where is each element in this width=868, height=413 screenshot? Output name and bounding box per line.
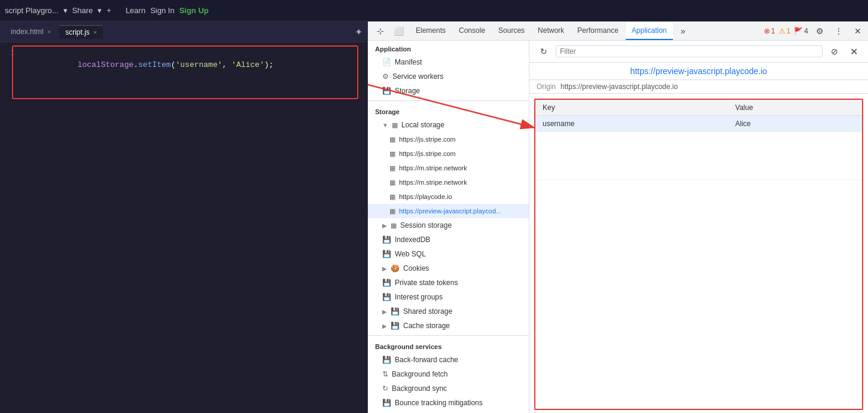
sidebar-item-session-storage[interactable]: ▶ ▦ Session storage [368,218,529,232]
sidebar-item-playcode[interactable]: ▦ https://playcode.io [368,189,529,204]
tab-console[interactable]: Console [453,22,491,40]
cookies-icon: 🍪 [391,264,400,273]
device-icon[interactable]: ⬜ [391,23,406,39]
sidebar-item-private-state-tokens[interactable]: 💾 Private state tokens [368,276,529,290]
settings-icon[interactable]: ⚙ [812,23,827,39]
interest-groups-icon: 💾 [382,293,391,301]
stripe-2-icon: ▦ [389,150,395,158]
sidebar-item-bounce-tracking[interactable]: 💾 Bounce tracking mitigations [368,396,529,410]
line-number-1: 1 [0,47,22,59]
sidebar-item-local-storage[interactable]: ▼ ▦ Local storage [368,118,529,132]
project-title[interactable]: script Playgro... [5,6,59,15]
close-script-js[interactable]: × [93,29,97,36]
sidebar-item-stripe-network-1[interactable]: ▦ https://m.stripe.network [368,161,529,175]
signup-link[interactable]: Sign Up [179,6,209,15]
section-background: Background services [368,338,529,353]
dropdown-icon: ▾ [63,6,68,15]
web-sql-icon: 💾 [382,250,391,258]
close-index-html[interactable]: × [47,28,51,35]
more-options-icon[interactable]: ⋮ [831,23,846,39]
origin-label: Origin [537,82,556,91]
sidebar-item-service-workers[interactable]: ⚙ Service workers [368,69,529,84]
service-workers-icon: ⚙ [382,72,389,81]
separator-2 [368,335,529,336]
tab-index-html[interactable]: index.html × [5,25,57,38]
origin-value: https://preview-javascript.playcode.io [561,82,678,91]
sidebar-item-background-sync[interactable]: ↻ Background sync [368,381,529,396]
shared-storage-expand-icon: ▶ [382,308,387,315]
cache-storage-expand-icon: ▶ [382,323,387,329]
cell-key: username [535,116,728,132]
col-value: Value [728,100,862,116]
warning-count: ⚠ 1 [779,27,791,35]
sidebar-item-cache-storage[interactable]: ▶ 💾 Cache storage [368,319,529,333]
sparkle-icon: ✦ [355,26,363,38]
tab-network[interactable]: Network [532,22,570,40]
back-forward-cache-icon: 💾 [382,356,391,364]
tab-performance[interactable]: Performance [571,22,625,40]
application-content: ↻ ⊘ ✕ https://preview-javascript.playcod… [529,41,868,413]
col-key: Key [535,100,728,116]
cell-value: Alice [728,116,862,132]
sidebar-item-shared-storage[interactable]: ▶ 💾 Shared storage [368,304,529,319]
background-fetch-icon: ⇅ [382,370,388,378]
sidebar-item-interest-groups[interactable]: 💾 Interest groups [368,290,529,304]
tab-script-js[interactable]: script.js × [59,25,103,39]
sidebar-item-background-fetch[interactable]: ⇅ Background fetch [368,367,529,381]
signin-link[interactable]: Sign In [150,6,174,15]
cache-storage-icon: 💾 [391,322,400,330]
storage-table: Key Value username Alice [535,100,862,180]
sidebar-item-indexeddb[interactable]: 💾 IndexedDB [368,232,529,247]
cookies-expand-icon: ▶ [382,265,387,272]
sidebar-item-stripe-network-2[interactable]: ▦ https://m.stripe.network [368,175,529,189]
close-devtools-icon[interactable]: ✕ [850,23,866,39]
error-count: ⊗ 1 [764,27,775,35]
sidebar-item-notifications[interactable]: 🔔 Notifications [368,410,529,413]
section-application: Application [368,41,529,55]
sidebar-item-manifest[interactable]: 📄 Manifest [368,55,529,69]
sidebar-item-cookies[interactable]: ▶ 🍪 Cookies [368,261,529,276]
index-html-label: index.html [11,27,44,36]
current-url: https://preview-javascript.playcode.io [631,66,768,76]
stripe-network-2-icon: ▦ [389,179,395,186]
sidebar-item-storage-root[interactable]: 💾 Storage [368,84,529,98]
learn-link[interactable]: Learn [126,6,145,15]
sidebar-item-web-sql[interactable]: 💾 Web SQL [368,247,529,261]
close-panel-button[interactable]: ✕ [846,44,861,59]
background-sync-icon: ↻ [382,384,388,393]
manifest-icon: 📄 [382,58,391,66]
tab-sources[interactable]: Sources [492,22,531,40]
sidebar-item-stripe-2[interactable]: ▦ https://js.stripe.com [368,146,529,161]
tab-application[interactable]: Application [626,22,673,40]
clear-filter-button[interactable]: ⊘ [827,44,842,59]
refresh-button[interactable]: ↻ [537,44,551,59]
stripe-1-icon: ▦ [389,136,395,143]
storage-root-icon: 💾 [382,87,391,95]
tab-elements[interactable]: Elements [410,22,452,40]
cursor-icon[interactable]: ⊹ [373,23,388,39]
add-file-button[interactable]: + [106,6,111,15]
local-storage-icon: ▦ [392,121,398,129]
sidebar-item-back-forward-cache[interactable]: 💾 Back-forward cache [368,353,529,367]
local-storage-expand-icon: ▼ [382,122,388,129]
private-state-icon: 💾 [382,279,391,287]
content-toolbar: ↻ ⊘ ✕ [529,41,868,63]
bounce-tracking-icon: 💾 [382,399,391,407]
playcode-icon: ▦ [389,193,395,201]
session-storage-expand-icon: ▶ [382,222,387,229]
table-row[interactable]: username Alice [535,116,862,132]
stripe-network-1-icon: ▦ [389,164,395,172]
script-js-label: script.js [65,28,90,36]
shared-storage-icon: 💾 [391,307,400,316]
more-tabs-icon[interactable]: » [675,23,691,39]
table-row-empty [535,132,862,180]
indexeddb-icon: 💾 [382,235,391,244]
application-sidebar: Application 📄 Manifest ⚙ Service workers… [368,41,529,413]
share-button[interactable]: Share [72,6,93,15]
code-line-1: localStorage.setItem('username', 'Alice'… [22,47,273,83]
url-bar: https://preview-javascript.playcode.io [529,63,868,80]
share-dropdown-icon: ▾ [98,6,102,15]
sidebar-item-stripe-1[interactable]: ▦ https://js.stripe.com [368,132,529,146]
sidebar-item-preview-playcode[interactable]: ▦ https://preview-javascript.playcod... [368,204,529,218]
filter-input[interactable] [556,45,823,57]
